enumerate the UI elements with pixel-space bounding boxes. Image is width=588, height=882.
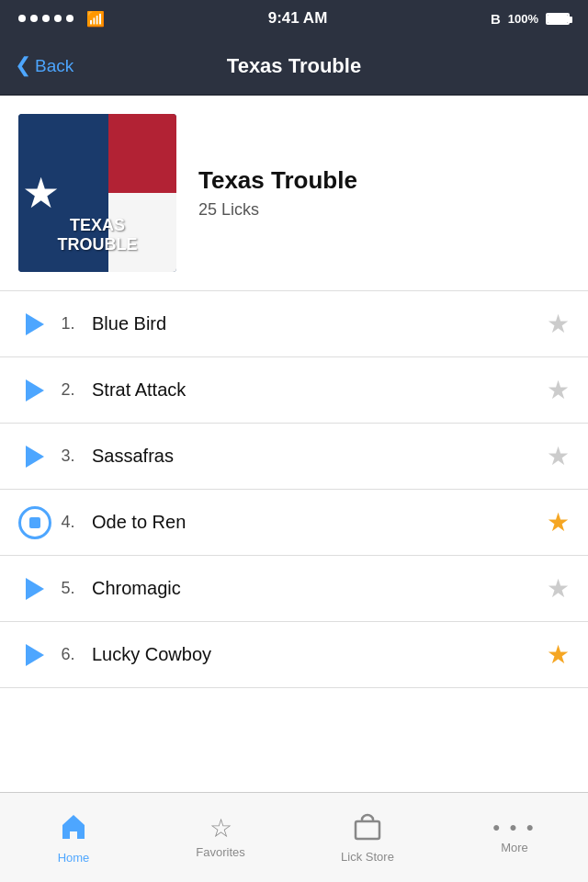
tab-bar: Home ☆ Favorites Lick Store ● ● ● More [0,792,588,882]
tab-home-label: Home [58,851,90,865]
more-icon: ● ● ● [492,820,537,833]
tab-favorites-label: Favorites [196,845,244,859]
signal-dot-5 [66,15,74,22]
track-row: 3. Sassafras ★ [0,424,588,490]
tab-lickstore[interactable]: Lick Store [294,793,441,882]
play-button-3[interactable] [18,440,51,473]
tab-lickstore-label: Lick Store [341,850,394,864]
track-list: 1. Blue Bird ★ 2. Strat Attack ★ 3. Sass… [0,291,588,688]
play-button-5[interactable] [18,572,51,605]
tab-favorites[interactable]: ☆ Favorites [147,793,294,882]
album-info: Texas Trouble 25 Licks [198,166,570,220]
track-name-1: Blue Bird [92,313,547,334]
track-name-6: Lucky Cowboy [92,644,547,665]
flag-star-icon: ★ [22,172,60,214]
tab-more[interactable]: ● ● ● More [441,793,588,882]
star-button-3[interactable]: ★ [547,441,570,471]
home-icon [58,811,89,847]
status-bar: 📶 9:41 AM B 100% [0,0,588,37]
stop-circle-icon [18,506,51,539]
tab-home[interactable]: Home [0,793,147,882]
signal-dot-3 [42,15,50,22]
track-row: 4. Ode to Ren ★ [0,490,588,556]
track-row: 5. Chromagic ★ [0,556,588,622]
back-button[interactable]: ❮ Back [15,56,74,76]
tab-more-label: More [501,841,528,854]
signal-dot-1 [18,15,26,22]
track-number-5: 5. [51,579,85,598]
album-subtitle: 25 Licks [198,200,570,220]
flag-red [108,114,176,193]
favorites-icon: ☆ [209,816,232,842]
star-button-5[interactable]: ★ [547,573,570,604]
play-button-2[interactable] [18,374,51,407]
track-number-3: 3. [51,447,85,466]
track-number-6: 6. [51,645,85,664]
star-button-1[interactable]: ★ [547,309,570,339]
star-button-4[interactable]: ★ [547,507,570,537]
status-time: 9:41 AM [268,9,328,28]
track-row: 2. Strat Attack ★ [0,357,588,424]
wifi-icon: 📶 [86,10,105,28]
svg-rect-0 [356,821,379,839]
play-button-6[interactable] [18,639,51,672]
play-triangle-icon [26,379,44,401]
battery-fill [548,15,568,23]
play-button-1[interactable] [18,308,51,341]
track-name-4: Ode to Ren [92,512,547,533]
back-chevron-icon: ❮ [15,55,31,75]
play-triangle-icon [26,578,44,600]
signal-area: 📶 [18,10,105,28]
album-art: ★ TEXAS TROUBLE [18,114,176,272]
track-number-4: 4. [51,513,85,532]
back-label: Back [35,56,74,76]
battery-percent: 100% [508,12,538,26]
signal-dot-2 [30,15,38,22]
track-name-2: Strat Attack [92,379,547,401]
nav-title: Texas Trouble [227,54,361,78]
play-triangle-icon [26,446,44,468]
stop-square-icon [29,517,40,528]
battery-icon [546,13,570,25]
track-name-5: Chromagic [92,578,547,599]
star-button-6[interactable]: ★ [547,639,570,670]
track-row: 6. Lucky Cowboy ★ [0,622,588,688]
status-right-area: B 100% [491,11,570,27]
album-art-text: TEXAS TROUBLE [18,216,176,255]
track-name-3: Sassafras [92,446,547,467]
stop-button-4[interactable] [18,506,51,539]
play-triangle-icon [26,644,44,666]
star-button-2[interactable]: ★ [547,375,570,405]
track-row: 1. Blue Bird ★ [0,291,588,357]
track-number-1: 1. [51,314,85,334]
album-header: ★ TEXAS TROUBLE Texas Trouble 25 Licks [0,96,588,291]
play-triangle-icon [26,313,44,335]
album-title: Texas Trouble [198,166,570,195]
lickstore-icon [353,812,382,846]
signal-dot-4 [54,15,62,22]
track-number-2: 2. [51,380,85,400]
album-art-inner: ★ TEXAS TROUBLE [18,114,176,272]
bluetooth-icon: B [491,11,501,27]
nav-bar: ❮ Back Texas Trouble [0,37,588,96]
